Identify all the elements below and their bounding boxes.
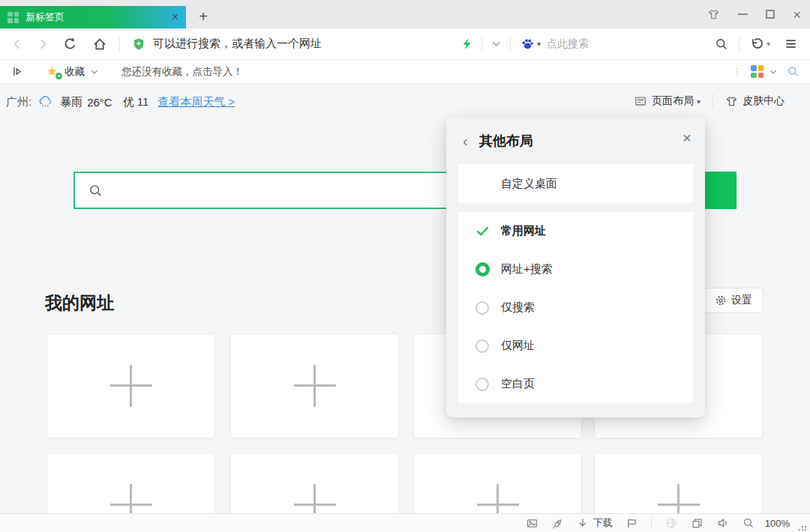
option-blank-page[interactable]: 空白页 bbox=[458, 365, 693, 403]
plus-icon bbox=[294, 484, 336, 513]
weather-widget: 广州: 暴雨 26°C 优 11 查看本周天气 > bbox=[6, 94, 235, 110]
favorites-star-icon[interactable]: ★ + bbox=[46, 65, 60, 79]
search-icon[interactable] bbox=[715, 37, 728, 51]
zoom-level[interactable]: 100% bbox=[765, 518, 790, 529]
plus-icon bbox=[110, 365, 152, 407]
popup-title: 其他布局 bbox=[479, 132, 533, 150]
download-label[interactable]: 下载 bbox=[593, 516, 613, 530]
tab-new-tab-page[interactable]: 新标签页 × bbox=[0, 6, 186, 28]
weather-city: 广州: bbox=[6, 95, 32, 109]
option-label: 常用网址 bbox=[501, 224, 546, 238]
resize-grip[interactable] bbox=[799, 525, 806, 532]
add-site-tile[interactable] bbox=[46, 453, 215, 513]
toolbar-separator bbox=[482, 37, 482, 52]
status-bar: 下载 100% bbox=[0, 513, 810, 532]
add-site-tile[interactable] bbox=[230, 333, 399, 438]
window-controls: × bbox=[707, 3, 801, 25]
my-sites-title: 我的网址 bbox=[45, 291, 114, 315]
tab-title: 新标签页 bbox=[26, 10, 172, 24]
zoom-magnifier-icon[interactable] bbox=[742, 517, 754, 529]
add-site-tile[interactable] bbox=[230, 453, 399, 513]
back-icon[interactable] bbox=[10, 37, 24, 51]
page-layout-button[interactable]: 页面布局 bbox=[652, 94, 694, 108]
favorites-chevron-icon[interactable] bbox=[90, 67, 99, 76]
maximize-button[interactable] bbox=[766, 10, 775, 19]
weather-forecast-link[interactable]: 查看本周天气 > bbox=[158, 95, 235, 109]
restore-window-icon[interactable] bbox=[691, 517, 704, 530]
check-icon bbox=[476, 224, 490, 238]
weather-air-quality: 优 11 bbox=[123, 95, 149, 109]
address-toolbar: 可以进行搜索，或者输入一个网址 ▾ 点此搜索 ▾ bbox=[0, 28, 810, 60]
radio-icon bbox=[476, 301, 489, 315]
tab-close-icon[interactable]: × bbox=[172, 11, 178, 23]
window-close-button[interactable]: × bbox=[793, 7, 801, 22]
rain-cloud-icon bbox=[38, 94, 54, 110]
images-toggle-icon[interactable] bbox=[526, 517, 538, 530]
boost-rocket-icon[interactable] bbox=[551, 517, 564, 530]
radio-icon bbox=[476, 378, 489, 391]
toolbar-separator bbox=[739, 37, 740, 52]
search-engine-caret-icon[interactable]: ▾ bbox=[537, 40, 541, 48]
baidu-search-engine-icon[interactable] bbox=[520, 37, 535, 51]
page-layout-caret-icon[interactable]: ▾ bbox=[697, 97, 700, 106]
menu-hamburger-icon[interactable] bbox=[784, 37, 798, 51]
zoom-search-icon[interactable] bbox=[787, 65, 800, 78]
plus-icon bbox=[294, 365, 336, 407]
popup-back-icon[interactable]: ‹ bbox=[463, 133, 468, 148]
gear-icon bbox=[715, 294, 727, 306]
compat-globe-icon[interactable] bbox=[664, 516, 678, 530]
option-search-only[interactable]: 仅搜索 bbox=[458, 288, 693, 327]
page-layout-icon bbox=[634, 94, 647, 108]
lightning-icon[interactable] bbox=[460, 37, 473, 50]
undo-history-icon[interactable] bbox=[750, 37, 764, 51]
option-label: 网址+搜索 bbox=[501, 262, 553, 276]
address-input[interactable]: 可以进行搜索，或者输入一个网址 bbox=[153, 37, 322, 51]
option-common-sites[interactable]: 常用网址 bbox=[458, 212, 693, 250]
sidebar-toggle-icon[interactable] bbox=[11, 65, 24, 78]
forward-icon[interactable] bbox=[36, 37, 50, 51]
statusbar-separator bbox=[651, 518, 652, 529]
weather-temperature: 26°C bbox=[87, 96, 112, 109]
option-url-plus-search[interactable]: 网址+搜索 bbox=[458, 250, 693, 288]
report-flag-icon[interactable] bbox=[626, 517, 638, 530]
option-label: 仅网址 bbox=[501, 339, 535, 353]
favorites-label[interactable]: 收藏 bbox=[64, 65, 85, 79]
undo-caret-icon[interactable]: ▾ bbox=[766, 40, 770, 48]
add-site-tile[interactable] bbox=[46, 333, 215, 438]
radio-selected-icon bbox=[476, 262, 490, 276]
settings-button[interactable]: 设置 bbox=[704, 288, 764, 313]
radio-icon bbox=[476, 339, 489, 353]
search-box-magnifier-icon bbox=[88, 184, 103, 198]
skin-center-button[interactable]: 皮肤中心 bbox=[742, 94, 784, 108]
security-shield-icon[interactable] bbox=[132, 37, 146, 51]
bookmarks-empty-hint[interactable]: 您还没有收藏，点击导入！ bbox=[122, 65, 243, 79]
app-grid-icon[interactable] bbox=[751, 65, 764, 78]
option-label: 空白页 bbox=[501, 377, 535, 391]
new-tab-button[interactable]: + bbox=[192, 6, 214, 28]
download-arrow-icon[interactable] bbox=[577, 517, 589, 529]
popup-close-icon[interactable]: × bbox=[682, 130, 692, 145]
quick-search-input[interactable]: 点此搜索 bbox=[547, 37, 589, 51]
skin-icon[interactable] bbox=[707, 8, 720, 21]
speaker-icon[interactable] bbox=[716, 516, 730, 530]
custom-desktop-item[interactable]: 自定义桌面 bbox=[458, 164, 693, 203]
home-icon[interactable] bbox=[92, 37, 107, 52]
add-site-tile[interactable] bbox=[594, 453, 763, 513]
custom-desktop-label: 自定义桌面 bbox=[501, 177, 557, 191]
overflow-dots-icon[interactable]: ⋮ bbox=[732, 66, 742, 77]
page-tools: 页面布局 ▾ 皮肤中心 bbox=[634, 94, 784, 109]
chevron-down-icon[interactable] bbox=[490, 38, 502, 49]
toolbar-separator bbox=[510, 37, 511, 52]
refresh-icon[interactable] bbox=[63, 37, 77, 51]
app-grid-chevron-icon[interactable] bbox=[769, 67, 778, 76]
new-tab-favicon-icon bbox=[8, 12, 19, 23]
option-url-only[interactable]: 仅网址 bbox=[458, 327, 693, 365]
plus-icon bbox=[658, 484, 700, 513]
star-add-badge-icon: + bbox=[56, 73, 62, 79]
minimize-button[interactable] bbox=[738, 13, 748, 15]
skin-center-icon bbox=[725, 95, 738, 108]
toolbar-separator bbox=[119, 37, 120, 52]
bookmarks-bar: ★ + 收藏 您还没有收藏，点击导入！ ⋮ bbox=[0, 60, 810, 84]
add-site-tile[interactable] bbox=[413, 453, 582, 513]
plus-icon bbox=[110, 484, 152, 513]
